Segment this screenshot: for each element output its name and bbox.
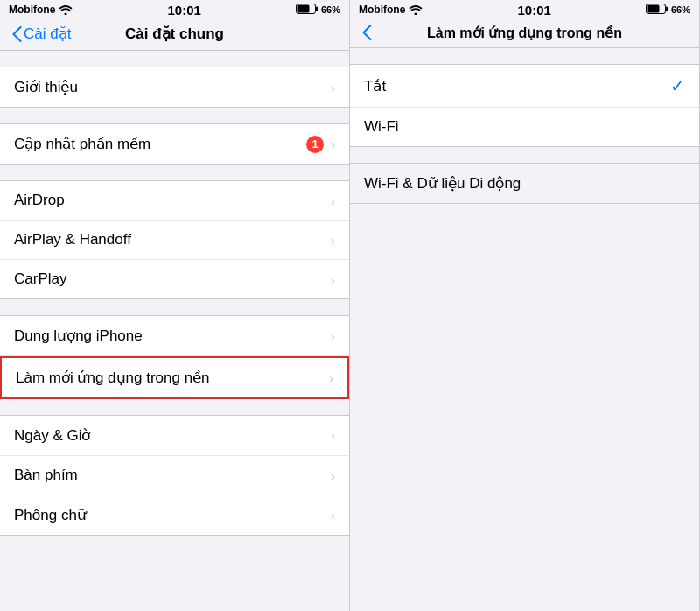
right-content: Tắt ✓ Wi-Fi Wi-Fi & Dữ liệu Di động <box>350 48 699 611</box>
svg-rect-1 <box>316 7 318 11</box>
group-3: AirDrop › AirPlay & Handoff › CarPlay › <box>0 180 349 299</box>
chevron-left-icon-right <box>362 25 372 40</box>
status-bar-right: Mobifone 10:01 66% <box>350 0 699 19</box>
item-carplay[interactable]: CarPlay › <box>0 260 349 298</box>
chevron-cap-nhat: › <box>331 137 335 151</box>
wifi-icon-left <box>59 4 73 15</box>
group-2: Cập nhật phần mềm 1 › <box>0 123 349 165</box>
item-cap-nhat[interactable]: Cập nhật phần mềm 1 › <box>0 124 349 164</box>
item-gioi-thieu[interactable]: Giới thiệu › <box>0 67 349 107</box>
group-4: Dung lượng iPhone › Làm mới ứng dụng tro… <box>0 315 349 399</box>
chevron-airplay: › <box>331 233 335 248</box>
item-ngay-gio[interactable]: Ngày & Giờ › <box>0 416 349 456</box>
item-ban-phim[interactable]: Bàn phím › <box>0 456 349 495</box>
back-button-right[interactable] <box>362 25 372 40</box>
option-tat[interactable]: Tắt ✓ <box>350 65 699 108</box>
check-tat: ✓ <box>670 75 685 96</box>
option-wifi-data[interactable]: Wi-Fi & Dữ liệu Di động <box>350 163 699 204</box>
chevron-ngay: › <box>331 428 335 443</box>
option-wifi[interactable]: Wi-Fi <box>350 108 699 146</box>
carrier-right: Mobifone <box>359 4 405 16</box>
group-5: Ngày & Giờ › Bàn phím › Phông chữ › <box>0 415 349 536</box>
item-airdrop[interactable]: AirDrop › <box>0 181 349 221</box>
group-1: Giới thiệu › <box>0 67 349 108</box>
chevron-ban-phim: › <box>331 468 335 483</box>
wifi-dot-left <box>65 13 67 16</box>
nav-bar-right: Làm mới ứng dụng trong nền <box>350 19 699 48</box>
time-left: 10:01 <box>167 3 200 18</box>
chevron-lam-moi: › <box>329 370 333 385</box>
badge-cap-nhat: 1 <box>306 136 324 153</box>
battery-icon-left <box>296 4 318 16</box>
carrier-left: Mobifone <box>9 4 55 16</box>
svg-rect-5 <box>647 5 659 13</box>
svg-rect-4 <box>666 7 668 11</box>
time-right: 10:01 <box>517 3 550 18</box>
item-airplay-handoff[interactable]: AirPlay & Handoff › <box>0 221 349 260</box>
chevron-carplay: › <box>331 272 335 287</box>
nav-title-right: Làm mới ứng dụng trong nền <box>427 25 622 41</box>
chevron-gioi-thieu: › <box>331 80 335 95</box>
nav-bar-left: Cài đặt Cài đặt chung <box>0 19 349 51</box>
battery-pct-left: 66% <box>321 4 340 15</box>
battery-pct-right: 66% <box>671 4 690 15</box>
item-lam-moi[interactable]: Làm mới ứng dụng trong nền › <box>0 356 349 399</box>
nav-title-left: Cài đặt chung <box>125 25 224 43</box>
left-content: Giới thiệu › Cập nhật phần mềm 1 › AirDr… <box>0 51 349 611</box>
right-panel: Mobifone 10:01 66% Làm <box>350 0 700 611</box>
wifi-dot-right <box>415 13 417 16</box>
chevron-dung-luong: › <box>331 328 335 343</box>
left-panel: Mobifone 10:01 66% Cài đặ <box>0 0 350 611</box>
chevron-phong-chu: › <box>331 508 335 523</box>
battery-icon-right <box>646 4 668 16</box>
back-button-left[interactable]: Cài đặt <box>12 25 71 43</box>
chevron-airdrop: › <box>331 193 335 208</box>
svg-rect-2 <box>297 5 309 13</box>
item-dung-luong[interactable]: Dung lượng iPhone › <box>0 315 349 356</box>
options-group: Tắt ✓ Wi-Fi <box>350 64 699 147</box>
chevron-left-icon-left <box>12 26 22 42</box>
back-label-left: Cài đặt <box>24 25 71 43</box>
wifi-icon-right <box>409 4 423 15</box>
item-phong-chu[interactable]: Phông chữ › <box>0 495 349 535</box>
status-bar-left: Mobifone 10:01 66% <box>0 0 349 19</box>
